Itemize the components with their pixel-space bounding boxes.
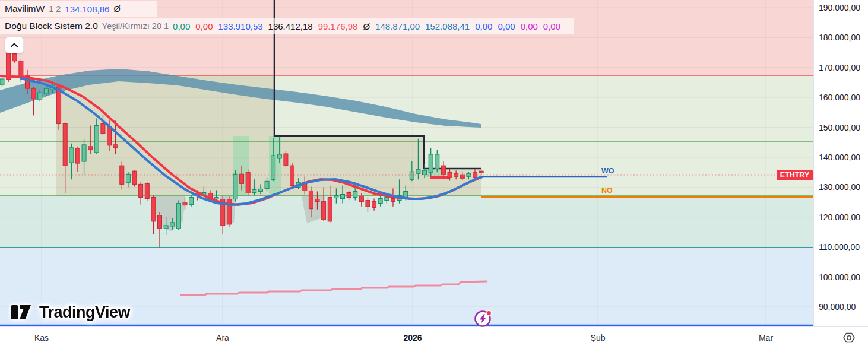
candle xyxy=(132,170,137,186)
indicator-value: 133.910,53 xyxy=(218,21,263,31)
price-tick-label: 100.000,00 xyxy=(819,272,860,282)
indicator-value: 0,00 xyxy=(543,21,560,31)
price-tick-label: 140.000,00 xyxy=(819,153,860,162)
price-tick-label: 130.000,00 xyxy=(819,182,860,192)
flash-event-icon[interactable] xyxy=(473,307,494,329)
candle xyxy=(176,201,180,230)
symbol-price-flag[interactable]: ETHTRY xyxy=(777,170,813,180)
price-tick-label: 160.000,00 xyxy=(819,93,860,102)
chevron-up-icon xyxy=(10,43,18,47)
block-system-red-bar xyxy=(430,176,450,179)
price-tick-label: 180.000,00 xyxy=(819,33,860,42)
indicator-value: 0,00 xyxy=(521,21,538,31)
tradingview-logo[interactable]: TradingView xyxy=(11,302,130,323)
price-tick-label: 120.000,00 xyxy=(819,212,860,222)
indicator-value: Ø xyxy=(363,21,370,31)
legend-row-mavilimw[interactable]: MavilimW 1 2 134.108,86 Ø xyxy=(0,1,157,17)
collapse-indicators-button[interactable] xyxy=(5,37,24,53)
axis-settings-button[interactable] xyxy=(841,330,857,345)
indicator-params: 1 2 xyxy=(49,4,61,14)
indicator-title: Doğu Block Sistem 2.0 xyxy=(5,21,98,31)
price-tick-label: 110.000,00 xyxy=(819,242,860,252)
candle xyxy=(246,169,250,196)
indicator-title: MavilimW xyxy=(5,4,45,14)
indicator-value: 152.088,41 xyxy=(425,21,470,31)
price-tick-label: 190.000,00 xyxy=(819,3,860,12)
tradingview-chart-window: MavilimW 1 2 134.108,86 Ø Doğu Block Sis… xyxy=(0,0,868,349)
gear-icon xyxy=(842,331,856,344)
lightning-icon xyxy=(473,307,494,329)
price-axis[interactable]: 190.000,00180.000,00170.000,00160.000,00… xyxy=(813,0,868,326)
time-tick-label: Mar xyxy=(759,333,773,342)
price-tick-label: 90.000,00 xyxy=(819,302,856,312)
chart-plot-area[interactable] xyxy=(0,0,868,349)
indicator-value: 0,00 xyxy=(173,21,190,31)
tradingview-logo-text: TradingView xyxy=(39,303,130,322)
time-tick-label: Kas xyxy=(34,333,49,342)
tradingview-logo-icon xyxy=(11,302,34,323)
time-tick-label: 2026 xyxy=(403,333,422,342)
price-tick-label: 150.000,00 xyxy=(819,123,860,132)
price-tick-label: 170.000,00 xyxy=(819,63,860,72)
indicator-params: Yeşil/Kırmızı 20 1 xyxy=(102,21,169,31)
time-tick-label: Şub xyxy=(591,333,606,342)
candle xyxy=(227,196,231,227)
indicator-value: 0,00 xyxy=(498,21,515,31)
no-level-label: NO xyxy=(601,186,613,195)
indicator-value: 99.176,98 xyxy=(318,21,358,31)
time-tick-label: Ara xyxy=(216,333,229,342)
candle xyxy=(145,182,149,201)
symbol-label: ETHTRY xyxy=(780,171,810,179)
wo-level-label: WO xyxy=(601,167,614,175)
indicator-value: 136.412,18 xyxy=(268,21,313,31)
legend-row-dogu-block-sistem[interactable]: Doğu Block Sistem 2.0 Yeşil/Kırmızı 20 1… xyxy=(0,18,574,34)
indicator-value: 0,00 xyxy=(195,21,213,31)
indicator-value: 0,00 xyxy=(475,21,492,31)
indicator-value: 148.871,00 xyxy=(375,21,420,31)
time-axis[interactable]: KasAra2026ŞubMar xyxy=(0,326,868,349)
average-symbol: Ø xyxy=(113,4,120,14)
candle xyxy=(12,53,17,63)
indicator-value: 134.108,86 xyxy=(65,4,109,14)
indicator-values: 0,000,00133.910,53136.412,1899.176,98Ø14… xyxy=(173,21,560,31)
